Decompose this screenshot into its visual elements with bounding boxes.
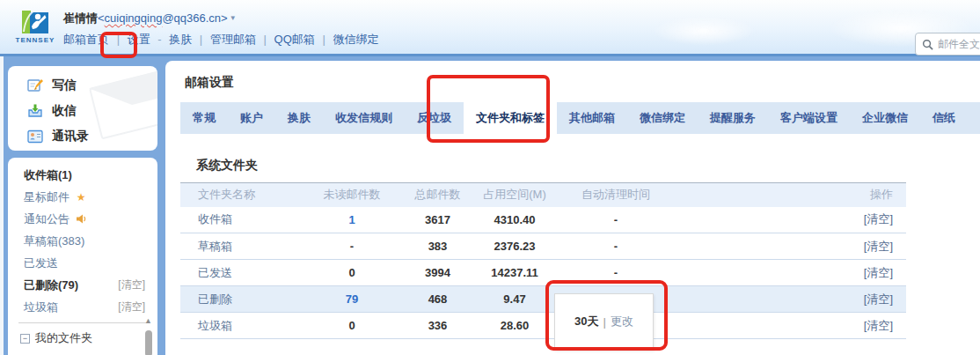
deleted-label: 已删除(79) [24, 278, 78, 292]
clear-inbox-link[interactable]: [清空] [864, 212, 893, 226]
unread-cell: 1 [299, 207, 405, 233]
sidebar-item-announcements[interactable]: 通知公告 [8, 208, 157, 230]
clear-spam-link[interactable]: [清空] [864, 319, 893, 332]
nav-skin[interactable]: 换肤 [169, 33, 192, 46]
scrollbar-up-arrow[interactable]: ▲ [144, 316, 152, 325]
col-total-count: 总邮件数 [405, 183, 471, 207]
contacts-label: 通讯录 [52, 129, 89, 144]
tab-reminder-service[interactable]: 提醒服务 [698, 102, 768, 134]
starred-label: 星标邮件 [24, 190, 69, 203]
col-unread-count: 未读邮件数 [299, 183, 405, 207]
announcements-label: 通知公告 [24, 212, 69, 226]
tab-account[interactable]: 账户 [228, 102, 275, 134]
total-cell: 3617 [405, 207, 471, 233]
search-input[interactable]: 邮件全文搜 [915, 33, 980, 55]
folder-name-cell: 已删除 [180, 286, 299, 313]
autoclean-days-value: 30天 [574, 314, 598, 329]
unread-cell: - [299, 233, 405, 260]
user-account[interactable]: 崔情情<cuiqingqing@qq366.cn>▼ [63, 11, 237, 26]
nav-manage-mailbox[interactable]: 管理邮箱 [210, 33, 256, 46]
unread-cell: 0 [299, 260, 405, 286]
col-space-used: 占用空间(M) [471, 183, 559, 207]
nav-qq-mail[interactable]: QQ邮箱 [274, 33, 315, 46]
nav-separator: | [264, 33, 267, 46]
autoclean-value-popup: 30天 | 更改 [554, 293, 654, 350]
deleted-clear-link[interactable]: [清空] [118, 274, 145, 296]
drafts-label: 草稿箱(383) [24, 234, 84, 248]
total-cell: 468 [405, 286, 471, 313]
tab-enterprise-wechat[interactable]: 企业微信 [850, 102, 920, 134]
table-row-deleted: 已删除 79 468 9.47 [清空] [180, 286, 906, 313]
col-actions: 操作 [673, 183, 906, 207]
star-icon: ★ [77, 191, 86, 203]
clear-drafts-link[interactable]: [清空] [864, 240, 893, 253]
folder-name-cell: 已发送 [180, 260, 299, 286]
table-row-spam: 垃圾箱 0 336 28.60 [清空] [180, 313, 906, 339]
folder-name-cell: 垃圾箱 [180, 313, 299, 339]
tab-general[interactable]: 常规 [180, 102, 228, 134]
sidebar-item-spam[interactable]: 垃圾箱 [清空] [8, 296, 157, 318]
spam-clear-link[interactable]: [清空] [118, 296, 145, 318]
tab-wechat-bind[interactable]: 微信绑定 [627, 102, 698, 134]
sidebar-actions-panel: 写信 收信 通讯录 [8, 66, 157, 151]
total-cell: 383 [405, 233, 471, 260]
contacts-icon [27, 129, 43, 144]
settings-tabbar: 常规 账户 换肤 收发信规则 反垃圾 文件夹和标签 其他邮箱 微信绑定 提醒服务… [180, 102, 980, 134]
sidebar-item-starred[interactable]: 星标邮件 ★ [8, 186, 157, 208]
tab-stationery[interactable]: 信纸 [920, 102, 968, 134]
contacts-button[interactable]: 通讯录 [8, 123, 157, 149]
table-row-drafts: 草稿箱 - 383 2376.23 - [清空] [180, 233, 906, 260]
receive-label: 收信 [52, 103, 77, 119]
nav-separator: | [117, 33, 120, 46]
space-cell: 28.60 [471, 313, 559, 339]
compose-label: 写信 [52, 78, 77, 93]
clear-sent-link[interactable]: [清空] [864, 266, 893, 279]
sidebar-item-cqq-folder[interactable]: +cqq [8, 349, 157, 355]
receive-icon [27, 104, 43, 118]
brand-name: TENNSEY [12, 36, 58, 44]
tab-mail-rules[interactable]: 收发信规则 [323, 102, 405, 134]
header-nav: 邮箱首页 | 设置 - 换肤 | 管理邮箱 | QQ邮箱 | 微信绑定 [63, 32, 378, 48]
tab-antispam[interactable]: 反垃圾 [405, 102, 464, 134]
sidebar-item-deleted[interactable]: 已删除(79) [清空] [8, 274, 157, 296]
total-cell: 3994 [405, 260, 471, 286]
space-cell: 2376.23 [471, 233, 559, 260]
autoclean-cell: - [559, 233, 673, 260]
receive-mail-button[interactable]: 收信 [8, 98, 157, 123]
autoclean-change-link[interactable]: 更改 [611, 314, 633, 329]
system-folders-table: 文件夹名称 未读邮件数 总邮件数 占用空间(M) 自动清理时间 操作 收件箱 1… [180, 182, 906, 339]
email-bracket: < [98, 11, 105, 25]
tab-folders-and-labels[interactable]: 文件夹和标签 [464, 102, 557, 134]
sidebar-item-inbox[interactable]: 收件箱(1) [8, 164, 157, 186]
cloud-decoration [651, 16, 757, 46]
sidebar-folders-panel: 收件箱(1) 星标邮件 ★ 通知公告 草稿箱(383) 已发送 已删除(79) [8, 158, 157, 355]
inbox-label: 收件箱(1) [24, 168, 72, 181]
nav-settings[interactable]: 设置 [128, 33, 150, 46]
scrollbar-thumb[interactable] [145, 330, 152, 355]
account-dropdown-caret-icon[interactable]: ▼ [230, 14, 237, 22]
clear-deleted-link[interactable]: [清空] [864, 292, 893, 306]
tab-client-settings[interactable]: 客户端设置 [768, 102, 850, 134]
unread-cell: 0 [299, 313, 405, 339]
tab-skin[interactable]: 换肤 [275, 102, 323, 134]
email-domain: @qq366.cn> [162, 11, 227, 25]
table-row-sent: 已发送 0 3994 14237.11 - [清空] [180, 260, 906, 286]
user-name: 崔情情 [63, 11, 98, 25]
my-folders-label: 我的文件夹 [35, 331, 92, 344]
page-title: 邮箱设置 [185, 75, 980, 91]
collapse-icon[interactable]: − [20, 334, 30, 344]
table-header-row: 文件夹名称 未读邮件数 总邮件数 占用空间(M) 自动清理时间 操作 [180, 183, 906, 207]
folder-name-cell: 草稿箱 [180, 233, 299, 260]
compose-button[interactable]: 写信 [8, 72, 157, 98]
sidebar: 写信 收信 通讯录 [0, 56, 165, 355]
speaker-icon [77, 214, 87, 224]
search-icon [922, 39, 933, 50]
nav-mail-home[interactable]: 邮箱首页 [63, 33, 109, 46]
tab-other-mailboxes[interactable]: 其他邮箱 [557, 102, 627, 134]
header: TENNSEY 崔情情<cuiqingqing@qq366.cn>▼ 邮箱首页 … [0, 0, 980, 56]
page-body: 写信 收信 通讯录 [0, 56, 980, 355]
sidebar-item-my-folders[interactable]: −我的文件夹 [8, 327, 157, 349]
sidebar-item-sent[interactable]: 已发送 [8, 252, 157, 274]
sidebar-item-drafts[interactable]: 草稿箱(383) [8, 230, 157, 252]
nav-wechat-bind[interactable]: 微信绑定 [333, 33, 378, 46]
